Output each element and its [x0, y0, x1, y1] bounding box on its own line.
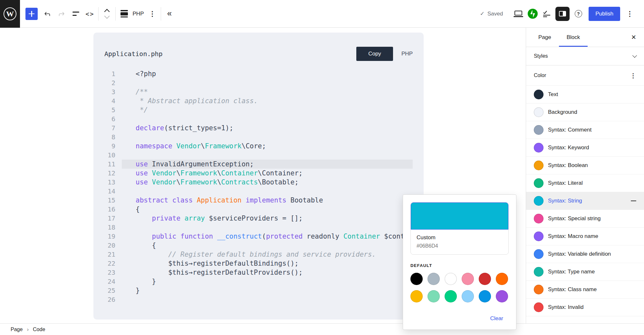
color-setting-syntax-literal[interactable]: Syntax: Literal	[526, 174, 644, 192]
help-icon: ?	[575, 10, 582, 17]
topbar-left-tools: <> PHP ⋮ «	[20, 0, 177, 27]
code-line[interactable]: 7declare(strict_types=1);	[93, 123, 424, 133]
block-mover-buttons[interactable]	[100, 6, 114, 22]
palette-color-7bdcb5[interactable]	[428, 290, 440, 302]
breadcrumb-code[interactable]: Code	[33, 327, 45, 332]
palette-color-9b51e0[interactable]	[496, 290, 508, 302]
preview-button[interactable]	[511, 6, 525, 22]
code-line[interactable]: 14	[93, 187, 424, 196]
color-setting-syntax-comment[interactable]: Syntax: Comment	[526, 121, 644, 139]
color-setting-syntax-type-name[interactable]: Syntax: Type name	[526, 263, 644, 281]
breadcrumb-page[interactable]: Page	[11, 327, 23, 332]
check-lines-icon	[543, 10, 551, 18]
code-line[interactable]: 12use Vendor\Framework\Container\Contain…	[93, 169, 424, 178]
settings-sidebar-toggle[interactable]	[555, 7, 570, 21]
code-line-text	[122, 78, 413, 87]
color-setting-syntax-boolean[interactable]: Syntax: Boolean	[526, 157, 644, 174]
wordpress-logo[interactable]: W	[0, 0, 20, 28]
undo-button[interactable]	[40, 6, 54, 22]
color-setting-syntax-keyword[interactable]: Syntax: Keyword	[526, 139, 644, 157]
color-picker-popover: Custom #06B6D4 DEFAULT Clear	[403, 194, 516, 330]
color-options-button[interactable]: ⋮	[630, 72, 636, 79]
code-line[interactable]: 23 $this→registerDefaultProviders();	[93, 268, 424, 277]
color-setting-syntax-class-name[interactable]: Syntax: Class name	[526, 281, 644, 299]
code-line[interactable]: 4 * Abstract application class.	[93, 96, 424, 105]
color-setting-syntax-invalid[interactable]: Syntax: Invalid	[526, 299, 644, 316]
block-inserter-button[interactable]	[25, 8, 38, 20]
breadcrumb-separator-icon: ›	[27, 326, 29, 333]
code-block[interactable]: Application.php Copy PHP 1<?php23/**4 * …	[93, 33, 424, 320]
copy-button[interactable]: Copy	[356, 47, 393, 61]
code-line[interactable]: 13use Vendor\Framework\Contracts\Bootabl…	[93, 178, 424, 187]
palette-color-00d084[interactable]	[445, 290, 457, 302]
color-setting-label: Syntax: Variable definition	[548, 251, 611, 257]
color-setting-syntax-special-string[interactable]: Syntax: Special string	[526, 210, 644, 228]
palette-color-ffffff[interactable]	[445, 273, 457, 285]
line-number: 23	[104, 268, 115, 277]
code-line[interactable]: 2	[93, 78, 424, 87]
palette-color-fcb900[interactable]	[410, 290, 423, 302]
palette-color-ff6900[interactable]	[496, 273, 508, 285]
code-line[interactable]: 8	[93, 133, 424, 142]
code-line[interactable]: 10	[93, 151, 424, 160]
sidebar-tab-page[interactable]: Page	[531, 28, 559, 47]
block-type-button[interactable]	[117, 6, 131, 22]
block-options-button[interactable]: ⋮	[145, 6, 159, 22]
color-section-header: Color ⋮	[526, 65, 644, 85]
line-number: 22	[104, 259, 115, 268]
custom-color-label: Custom	[417, 234, 503, 241]
color-setting-syntax-macro-name[interactable]: Syntax: Macro name	[526, 228, 644, 245]
close-sidebar-button[interactable]: ✕	[623, 28, 644, 47]
color-setting-syntax-variable-definition[interactable]: Syntax: Variable definition	[526, 245, 644, 263]
code-line[interactable]: 24 }	[93, 277, 424, 286]
code-line[interactable]: 20 {	[93, 241, 424, 250]
clear-color-button[interactable]: Clear	[490, 315, 503, 322]
code-line[interactable]: 3/**	[93, 87, 424, 96]
color-setting-background[interactable]: Background	[526, 103, 644, 121]
code-line[interactable]: 25}	[93, 286, 424, 295]
color-setting-syntax-string[interactable]: Syntax: String	[526, 192, 644, 210]
color-setting-label: Text	[548, 91, 558, 98]
publish-button[interactable]: Publish	[589, 7, 620, 21]
sidebar-tab-block[interactable]: Block	[559, 28, 588, 47]
document-overview-button[interactable]	[69, 6, 83, 22]
palette-color-8ed1fc[interactable]	[462, 290, 474, 302]
color-settings-list: TextBackgroundSyntax: CommentSyntax: Key…	[526, 85, 644, 316]
block-language-button[interactable]: PHP	[131, 6, 145, 22]
styles-panel-toggle[interactable]: Styles	[526, 47, 644, 65]
editor-topbar: W <> P	[0, 0, 644, 28]
language-tab-php[interactable]: PHP	[393, 51, 413, 57]
editor-options-button[interactable]: ⋮	[623, 6, 637, 22]
code-line[interactable]: 1<?php	[93, 69, 424, 78]
custom-color-swatch[interactable]	[411, 202, 508, 230]
collapse-toolbar-button[interactable]: «	[162, 6, 177, 22]
code-line[interactable]: 16{	[93, 205, 424, 214]
code-line[interactable]: 17 private array $serviceProviders = [];	[93, 214, 424, 223]
code-line[interactable]: 18	[93, 223, 424, 232]
help-button[interactable]: ?	[571, 6, 585, 22]
code-line[interactable]: 6	[93, 114, 424, 123]
palette-color-f78da7[interactable]	[462, 273, 474, 285]
jetpack-button[interactable]	[525, 6, 540, 22]
color-setting-label: Syntax: Invalid	[548, 304, 584, 310]
code-lines: 1<?php23/**4 * Abstract application clas…	[93, 69, 424, 304]
code-line[interactable]: 5 */	[93, 105, 424, 114]
code-line[interactable]: 21 // Register default bindings and serv…	[93, 250, 424, 259]
proofread-button[interactable]	[540, 6, 554, 22]
palette-color-0693e3[interactable]	[479, 290, 491, 302]
palette-color-000000[interactable]	[410, 273, 423, 285]
redo-button[interactable]	[54, 6, 69, 22]
line-number: 17	[104, 214, 115, 223]
code-line[interactable]: 9namespace Vendor\Framework\Core;	[93, 142, 424, 151]
palette-color-abb8c3[interactable]	[428, 273, 440, 285]
palette-color-cf2e2e[interactable]	[479, 273, 491, 285]
code-line[interactable]: 15abstract class Application implements …	[93, 196, 424, 205]
code-line[interactable]: 22 $this→registerDefaultBindings();	[93, 259, 424, 268]
code-line[interactable]: 19 public function __construct(protected…	[93, 232, 424, 241]
custom-color-hex: #06B6D4	[417, 243, 503, 249]
code-editor-button[interactable]: <>	[83, 6, 97, 22]
code-line[interactable]: 26	[93, 295, 424, 304]
code-line[interactable]: 11use InvalidArgumentException;	[93, 160, 424, 169]
color-section-label: Color	[534, 73, 546, 78]
color-setting-text[interactable]: Text	[526, 86, 644, 103]
